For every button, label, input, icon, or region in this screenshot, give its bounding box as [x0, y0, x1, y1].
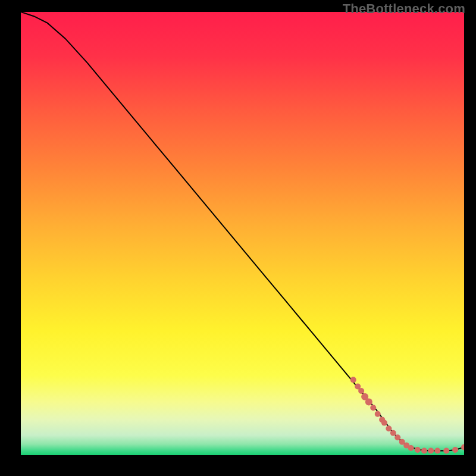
marker-dot [461, 444, 464, 450]
marker-dot [370, 405, 376, 411]
marker-dot [443, 448, 449, 454]
chart-stage: TheBottleneck.com [0, 0, 476, 476]
marker-dot [375, 411, 381, 417]
marker-dot [394, 434, 400, 440]
marker-dot [408, 445, 414, 451]
bottleneck-curve [21, 12, 464, 451]
marker-dot [390, 430, 396, 436]
marker-group [350, 377, 464, 453]
marker-dot [350, 377, 356, 383]
curve-layer [21, 12, 464, 455]
marker-dot [381, 420, 387, 426]
marker-dot [386, 425, 392, 431]
marker-dot [428, 448, 434, 454]
marker-dot [434, 448, 440, 454]
plot-area [21, 12, 464, 455]
marker-dot [365, 399, 372, 406]
marker-dot [421, 448, 427, 454]
marker-dot [452, 447, 458, 453]
marker-dot [415, 447, 421, 453]
watermark-text: TheBottleneck.com [343, 1, 465, 17]
marker-dot [358, 388, 364, 394]
